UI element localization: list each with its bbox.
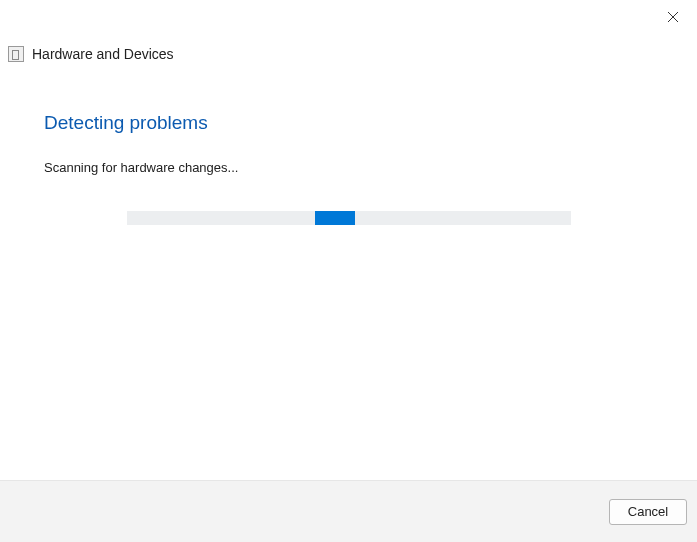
close-button[interactable] — [663, 8, 683, 28]
window-title: Hardware and Devices — [32, 46, 174, 62]
progress-bar — [127, 211, 571, 225]
cancel-button[interactable]: Cancel — [609, 499, 687, 525]
progress-indicator — [315, 211, 355, 225]
heading: Detecting problems — [44, 112, 653, 134]
hardware-icon — [8, 46, 24, 62]
status-text: Scanning for hardware changes... — [44, 160, 653, 175]
footer: Cancel — [0, 480, 697, 542]
close-icon — [667, 11, 679, 26]
content-area: Detecting problems Scanning for hardware… — [0, 62, 697, 225]
header: Hardware and Devices — [0, 0, 697, 62]
